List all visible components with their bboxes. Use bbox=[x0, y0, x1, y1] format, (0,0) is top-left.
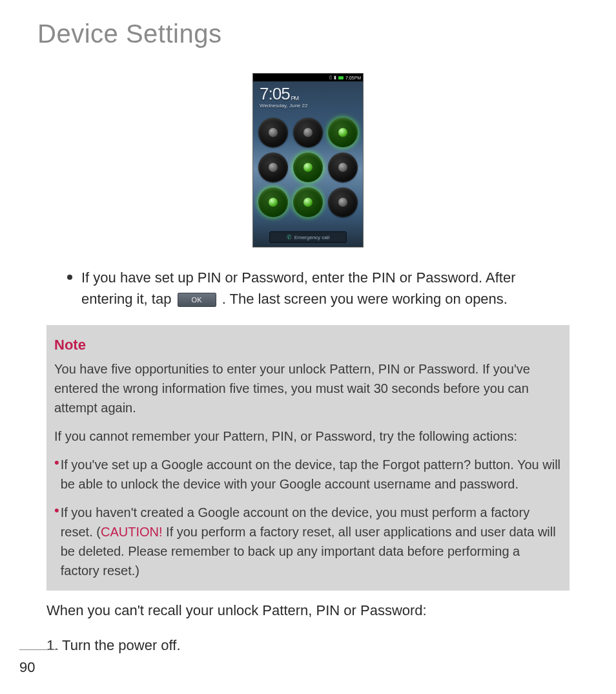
pattern-node-active bbox=[293, 152, 323, 182]
battery-icon bbox=[338, 76, 344, 79]
page-footer: 90 bbox=[19, 649, 58, 676]
instruction-text: If you have set up PIN or Password, ente… bbox=[81, 267, 564, 310]
bullet-icon bbox=[67, 275, 72, 280]
lockscreen-clock: 7:05 PM Wednesday, June 22 bbox=[253, 81, 363, 110]
pattern-node bbox=[293, 118, 323, 147]
recovery-step-1: 1. Turn the power off. bbox=[46, 635, 564, 657]
note-heading: Note bbox=[54, 334, 562, 355]
bullet-icon: • bbox=[54, 503, 59, 580]
emergency-call-label: Emergency call bbox=[294, 235, 330, 240]
caution-label: CAUTION! bbox=[101, 525, 163, 539]
bullet-icon: • bbox=[54, 455, 59, 494]
ok-button-graphic: OK bbox=[178, 293, 216, 307]
pattern-node bbox=[258, 118, 288, 147]
note-bullet-1: • If you've set up a Google account on t… bbox=[54, 455, 562, 494]
note-paragraph-1: You have five opportunities to enter you… bbox=[54, 359, 562, 417]
recovery-heading: When you can't recall your unlock Patter… bbox=[46, 600, 564, 622]
clock-date: Wednesday, June 22 bbox=[260, 103, 356, 109]
page-title: Device Settings bbox=[37, 19, 590, 48]
phone-status-bar: ▯ ▮ 7:05PM bbox=[253, 74, 363, 81]
footer-rule bbox=[19, 649, 58, 650]
note-box: Note You have five opportunities to ente… bbox=[46, 325, 570, 591]
pattern-node-active bbox=[293, 187, 323, 217]
clock-time: 7:05 bbox=[260, 84, 290, 104]
clock-ampm: PM bbox=[291, 95, 299, 101]
instruction-bullet: If you have set up PIN or Password, ente… bbox=[67, 267, 564, 310]
pattern-node bbox=[258, 152, 288, 182]
phone-lockscreen: ▯ ▮ 7:05PM 7:05 PM Wednesday, June 22 Em… bbox=[252, 73, 364, 247]
pattern-node-active bbox=[328, 118, 358, 147]
pattern-node bbox=[328, 187, 358, 217]
instruction-part2: . The last screen you were working on op… bbox=[222, 291, 508, 307]
pattern-node-active bbox=[258, 187, 288, 217]
status-time: 7:05PM bbox=[345, 76, 361, 80]
pattern-node bbox=[328, 152, 358, 182]
emergency-call-button: Emergency call bbox=[269, 231, 347, 243]
note-bullet-1-text: If you've set up a Google account on the… bbox=[61, 455, 562, 494]
pattern-grid bbox=[253, 118, 363, 217]
signal-icon: ▯ bbox=[329, 75, 332, 80]
signal-bars-icon: ▮ bbox=[334, 75, 336, 80]
page-number: 90 bbox=[19, 659, 35, 675]
phone-screenshot-container: ▯ ▮ 7:05PM 7:05 PM Wednesday, June 22 Em… bbox=[26, 73, 590, 247]
note-bullet-2-text: If you haven't created a Google account … bbox=[61, 503, 562, 580]
note-bullet-2: • If you haven't created a Google accoun… bbox=[54, 503, 562, 580]
note-paragraph-2: If you cannot remember your Pattern, PIN… bbox=[54, 426, 562, 446]
